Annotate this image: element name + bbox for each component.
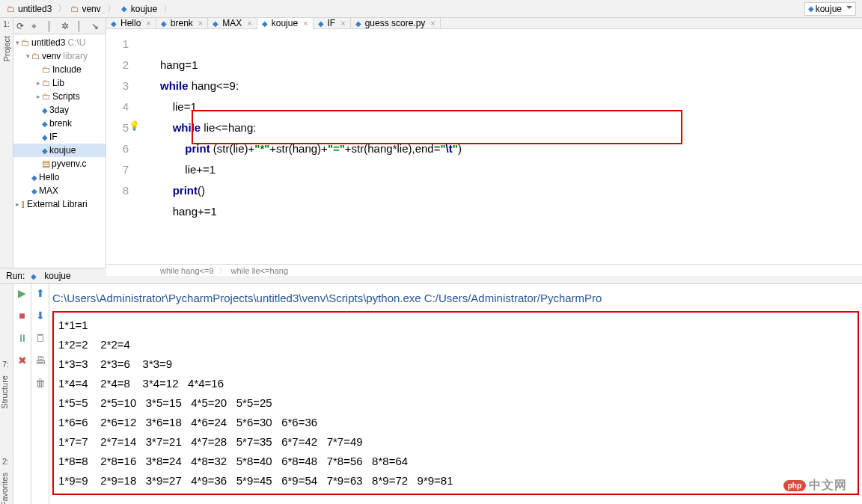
project-tree[interactable]: ▾🗀untitled3C:\U▾🗀venvlibrary🗀Include▸🗀Li…: [13, 34, 106, 268]
tree-suffix: library: [63, 51, 88, 61]
folder-icon: 🗀: [70, 4, 80, 14]
console-output[interactable]: C:\Users\Administrator\PycharmProjects\u…: [49, 284, 862, 504]
export-icon[interactable]: 🗒: [34, 332, 46, 344]
tool-number: 1:: [3, 18, 10, 30]
editor-breadcrumb: while hang<=9 〉 while lie<=hang: [106, 264, 862, 276]
tree-label: Scripts: [52, 91, 80, 102]
close-icon[interactable]: ×: [303, 19, 308, 28]
expand-icon[interactable]: ▾: [24, 52, 31, 60]
gear-icon[interactable]: ✲: [61, 21, 72, 31]
breadcrumb-item[interactable]: 🗀 untitled3: [6, 4, 52, 14]
run-exec-toolbar: ▶ ■ ⏸ ✖: [13, 284, 31, 504]
tree-row[interactable]: ▸🗀Scripts: [13, 90, 106, 103]
code-line: hang=1: [160, 58, 198, 71]
tab-label: MAX: [222, 18, 242, 28]
tool-number: 7:: [2, 358, 9, 370]
tree-label: brenk: [49, 118, 72, 129]
project-toolbar: ⟳ ⌖ │ ✲ │ ↘: [13, 18, 106, 34]
watermark-badge: php: [783, 480, 806, 491]
tree-row[interactable]: ◆IF: [13, 130, 106, 144]
project-tool-tab[interactable]: Project: [2, 30, 11, 67]
editor-tab[interactable]: ◆koujue×: [257, 18, 314, 29]
expand-icon[interactable]: ▸: [34, 79, 42, 87]
tree-row[interactable]: ▸🗀Lib: [13, 76, 106, 90]
breadcrumb-sep: 〉: [163, 2, 172, 15]
breadcrumb-item[interactable]: ◆ koujue: [119, 4, 157, 14]
close-icon[interactable]: ✖: [16, 354, 28, 366]
breadcrumb-bar: 🗀 untitled3 〉 🗀 venv 〉 ◆ koujue 〉 ◆ kouj…: [0, 0, 862, 18]
pause-icon[interactable]: ⏸: [16, 332, 28, 344]
expand-icon[interactable]: ▸: [34, 93, 42, 100]
editor-tab[interactable]: ◆Hello×: [106, 18, 156, 28]
output-row: 1*3=3 2*3=6 3*3=9: [58, 354, 853, 374]
run-header-label: Run:: [6, 271, 25, 281]
breadcrumb-label: venv: [82, 4, 100, 14]
tree-row[interactable]: ▸⫿External Librari: [13, 197, 106, 211]
favorites-tool-tab[interactable]: Favorites: [0, 467, 9, 504]
crumb-item[interactable]: while lie<=hang: [231, 266, 288, 275]
trash-icon[interactable]: 🗑: [34, 377, 46, 389]
close-icon[interactable]: ×: [340, 19, 345, 28]
divider: │: [76, 21, 87, 31]
tree-row[interactable]: ▾🗀untitled3C:\U: [13, 36, 106, 49]
intention-bulb-icon[interactable]: 💡: [129, 120, 140, 131]
py-icon: ◆: [31, 173, 37, 182]
tree-row[interactable]: ▾🗀venvlibrary: [13, 49, 106, 63]
tree-row[interactable]: ◆Hello: [13, 170, 106, 184]
tool-number: 2:: [2, 455, 9, 467]
tab-label: Hello: [120, 18, 141, 28]
tree-suffix: C:\U: [67, 37, 85, 48]
tab-label: brenk: [171, 18, 193, 28]
python-icon: ◆: [318, 19, 324, 28]
tree-label: pyvenv.c: [52, 159, 86, 169]
python-icon: ◆: [262, 19, 268, 28]
tree-row[interactable]: ◆MAX: [13, 184, 106, 197]
side-tool-strip: 7: Structure 2: Favorites: [0, 284, 13, 504]
tree-label: Include: [52, 64, 82, 75]
python-icon: ◆: [31, 272, 37, 280]
code-text: hang<=9:: [189, 79, 239, 92]
structure-tool-tab[interactable]: Structure: [0, 369, 9, 415]
sync-icon[interactable]: ⟳: [16, 21, 27, 31]
tree-label: venv: [42, 51, 61, 61]
py-icon: ◆: [31, 187, 37, 195]
editor-tab[interactable]: ◆MAX×: [208, 18, 257, 28]
expand-icon[interactable]: ▸: [13, 200, 21, 208]
output-row: 1*5=5 2*5=10 3*5=15 4*5=20 5*5=25: [58, 393, 853, 413]
close-icon[interactable]: ×: [247, 19, 251, 28]
editor-tab[interactable]: ◆brenk×: [156, 18, 208, 28]
crumb-sep: 〉: [218, 265, 227, 276]
editor-body[interactable]: 12345678 💡 hang=1 while hang<=9: lie=1 w…: [106, 29, 862, 264]
close-icon[interactable]: ×: [146, 19, 150, 28]
output-row: 1*7=7 2*7=14 3*7=21 4*7=28 5*7=35 6*7=42…: [58, 432, 853, 452]
tree-row[interactable]: ◆3day: [13, 103, 106, 117]
close-icon[interactable]: ×: [198, 19, 203, 28]
tree-row[interactable]: ▤pyvenv.c: [13, 157, 106, 170]
py-icon: ◆: [42, 120, 48, 128]
tree-row[interactable]: ◆brenk: [13, 117, 106, 130]
target-icon[interactable]: ⌖: [31, 21, 42, 31]
crumb-item[interactable]: while hang<=9: [160, 266, 214, 275]
folder-icon: 🗀: [21, 37, 30, 48]
breadcrumb-sep: 〉: [58, 2, 67, 15]
watermark-text: 中文网: [809, 478, 847, 494]
tree-row[interactable]: ◆koujue: [13, 144, 106, 157]
code-line: hang+=1: [173, 205, 217, 218]
code-text: (): [198, 184, 205, 197]
collapse-icon[interactable]: ↘: [91, 21, 102, 31]
editor-tab[interactable]: ◆guess score.py×: [351, 18, 441, 28]
run-config-selector[interactable]: ◆ koujue: [804, 2, 856, 16]
breadcrumb-item[interactable]: 🗀 venv: [70, 4, 100, 14]
code-area[interactable]: hang=1 while hang<=9: lie=1 while lie<=h…: [142, 29, 862, 264]
editor-tab[interactable]: ◆IF×: [314, 18, 351, 28]
output-row: 1*8=8 2*8=16 3*8=24 4*8=32 5*8=40 6*8=48…: [58, 452, 853, 471]
tree-row[interactable]: 🗀Include: [13, 63, 106, 76]
rerun-icon[interactable]: ▶: [16, 287, 28, 299]
stop-icon[interactable]: ■: [16, 310, 28, 322]
up-icon[interactable]: ⬆: [34, 287, 46, 299]
print-icon[interactable]: 🖶: [34, 354, 46, 366]
close-icon[interactable]: ×: [430, 19, 435, 28]
tree-label: koujue: [49, 145, 76, 156]
expand-icon[interactable]: ▾: [13, 39, 21, 46]
down-icon[interactable]: ⬇: [34, 310, 46, 322]
